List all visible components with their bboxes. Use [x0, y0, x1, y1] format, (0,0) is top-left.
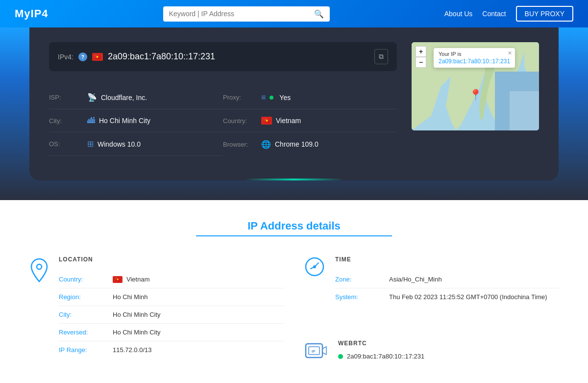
- zone-detail-row: Zone: Asia/Ho_Chi_Minh: [335, 271, 559, 288]
- city-detail-value: Ho Chi Minh City: [113, 311, 161, 318]
- map-pin-icon: 📍: [469, 89, 482, 102]
- main-content: IP Address details LOCATION Country: 🇻🇳 …: [0, 200, 588, 383]
- wifi-icon: 📡: [87, 93, 97, 102]
- webrtc-title: WEBRTC: [338, 340, 559, 347]
- buy-proxy-button[interactable]: BUY PROXY: [516, 6, 573, 22]
- location-icon: [29, 258, 49, 369]
- country-value: Vietnam: [276, 117, 301, 125]
- country-flag: 🇻🇳: [261, 117, 272, 125]
- map-controls[interactable]: + −: [416, 46, 426, 68]
- ipv4-label: IPv4:: [58, 53, 74, 61]
- reversed-detail-label: Reversed:: [59, 329, 108, 336]
- isp-value: Cloudflare, Inc.: [101, 94, 147, 102]
- country-detail-value: 🇻🇳 Vietnam: [113, 276, 149, 283]
- webrtc-card: IP WEBRTC 2a09:bac1:7a80:10::17:231: [304, 330, 559, 369]
- proxy-row: Proxy: ≡ Yes: [223, 86, 397, 109]
- svg-point-3: [37, 264, 42, 269]
- vietnam-flag: 🇻🇳: [92, 53, 103, 61]
- details-section: LOCATION Country: 🇻🇳 Vietnam Region: Ho …: [29, 256, 559, 369]
- city-label: City:: [49, 117, 83, 125]
- hero-inner: IPv4: ? 🇻🇳 2a09:bac1:7a80:10::17:231 ⧉ I…: [29, 27, 559, 180]
- tooltip-ip: 2a09:bac1:7a80:10::17:231: [439, 58, 510, 65]
- os-row: OS: ⊞ Windows 10.0: [49, 132, 223, 156]
- ip-value: 2a09:bac1:7a80:10::17:231: [108, 51, 369, 62]
- ip-range-detail-label: IP Range:: [59, 346, 108, 354]
- os-label: OS:: [49, 140, 83, 148]
- search-icon: 🔍: [314, 9, 324, 19]
- reversed-detail-row: Reversed: Ho Chi Minh City: [59, 324, 284, 341]
- city-detail-row: City: Ho Chi Minh City: [59, 306, 284, 324]
- tooltip-title: Your IP is: [439, 51, 510, 57]
- about-link[interactable]: About Us: [444, 10, 473, 18]
- city-icon: 🏙: [87, 116, 95, 125]
- ip-address-row: IPv4: ? 🇻🇳 2a09:bac1:7a80:10::17:231 ⧉: [49, 42, 397, 71]
- country-label: Country:: [223, 117, 257, 125]
- time-icon: [304, 256, 325, 306]
- svg-text:IP: IP: [312, 349, 316, 354]
- country-detail-label: Country:: [59, 276, 108, 283]
- country-detail-row: Country: 🇻🇳 Vietnam: [59, 271, 284, 288]
- ip-details-grid: ISP: 📡 Cloudflare, Inc. Proxy: ≡ Yes Cit…: [49, 86, 397, 156]
- system-detail-row: System: Thu Feb 02 2023 11:25:52 GMT+070…: [335, 288, 559, 306]
- region-detail-value: Ho Chi Minh: [113, 293, 148, 301]
- webrtc-content: WEBRTC 2a09:bac1:7a80:10::17:231: [338, 340, 559, 369]
- isp-label: ISP:: [49, 94, 83, 101]
- isp-row: ISP: 📡 Cloudflare, Inc.: [49, 86, 223, 109]
- ip-card: IPv4: ? 🇻🇳 2a09:bac1:7a80:10::17:231 ⧉ I…: [49, 42, 397, 156]
- map-box: + − ✕ Your IP is 2a09:bac1:7a80:10::17:2…: [412, 42, 539, 130]
- browser-row: Browser: 🌐 Chrome 109.0: [223, 132, 397, 156]
- country-row: Country: 🇻🇳 Vietnam: [223, 109, 397, 132]
- webrtc-icon: IP: [304, 340, 328, 369]
- contact-link[interactable]: Contact: [482, 10, 506, 18]
- windows-icon: ⊞: [87, 139, 94, 149]
- hero-section: IPv4: ? 🇻🇳 2a09:bac1:7a80:10::17:231 ⧉ I…: [0, 27, 588, 200]
- zone-detail-label: Zone:: [335, 276, 384, 283]
- copy-button[interactable]: ⧉: [374, 49, 388, 64]
- region-detail-row: Region: Ho Chi Minh: [59, 288, 284, 306]
- city-value: Ho Chi Minh City: [99, 117, 150, 125]
- proxy-icon: ≡: [261, 93, 266, 102]
- proxy-label: Proxy:: [223, 94, 257, 101]
- city-detail-label: City:: [59, 311, 108, 318]
- proxy-status-dot: [270, 96, 273, 100]
- svg-rect-2: [510, 91, 539, 130]
- tooltip-close-icon[interactable]: ✕: [508, 50, 512, 56]
- os-value: Windows 10.0: [98, 140, 141, 148]
- section-divider: [196, 235, 392, 236]
- city-row: City: 🏙 Ho Chi Minh City: [49, 109, 223, 132]
- logo: MyIP4: [15, 7, 49, 20]
- system-detail-value: Thu Feb 02 2023 11:25:52 GMT+0700 (Indoc…: [389, 293, 547, 301]
- zoom-in-button[interactable]: +: [416, 46, 426, 57]
- time-section-title: TIME: [335, 256, 559, 263]
- search-input[interactable]: [169, 10, 314, 18]
- location-content: LOCATION Country: 🇻🇳 Vietnam Region: Ho …: [59, 256, 284, 369]
- section-title: IP Address details: [29, 220, 559, 232]
- time-content: TIME Zone: Asia/Ho_Chi_Minh System: Thu …: [335, 256, 559, 306]
- help-icon[interactable]: ?: [78, 52, 87, 61]
- ip-range-detail-value: 115.72.0.0/13: [113, 346, 152, 354]
- system-detail-label: System:: [335, 293, 384, 301]
- ip-range-detail-row: IP Range: 115.72.0.0/13: [59, 341, 284, 358]
- time-card: TIME Zone: Asia/Ho_Chi_Minh System: Thu …: [304, 256, 559, 306]
- browser-value: Chrome 109.0: [275, 140, 318, 148]
- country-detail-flag: 🇻🇳: [113, 276, 122, 283]
- zoom-out-button[interactable]: −: [416, 57, 426, 68]
- location-section-title: LOCATION: [59, 256, 284, 263]
- webrtc-ip-value: 2a09:bac1:7a80:10::17:231: [347, 353, 424, 360]
- country-detail-text: Vietnam: [126, 276, 149, 283]
- header-nav: About Us Contact BUY PROXY: [444, 6, 573, 22]
- reversed-detail-value: Ho Chi Minh City: [113, 329, 161, 336]
- proxy-value: Yes: [279, 94, 291, 102]
- browser-label: Browser:: [223, 141, 257, 148]
- search-bar[interactable]: 🔍: [163, 6, 330, 22]
- location-card: LOCATION Country: 🇻🇳 Vietnam Region: Ho …: [29, 256, 284, 369]
- webrtc-ip-row: 2a09:bac1:7a80:10::17:231: [338, 353, 559, 360]
- region-detail-label: Region:: [59, 293, 108, 301]
- map-container: + − ✕ Your IP is 2a09:bac1:7a80:10::17:2…: [412, 42, 539, 156]
- header: MyIP4 🔍 About Us Contact BUY PROXY: [0, 0, 588, 27]
- zone-detail-value: Asia/Ho_Chi_Minh: [389, 276, 442, 283]
- chrome-icon: 🌐: [261, 140, 271, 149]
- webrtc-status-dot: [338, 354, 343, 359]
- map-tooltip: ✕ Your IP is 2a09:bac1:7a80:10::17:231: [434, 48, 515, 68]
